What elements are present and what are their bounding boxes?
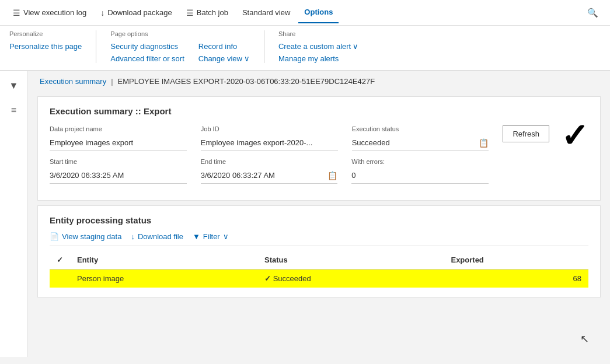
download-file-icon: ↓ [131, 232, 135, 241]
refresh-button[interactable]: Refresh [503, 125, 549, 142]
job-id-field: Job ID Employee images export-2020-... [201, 125, 338, 151]
entity-card-title: Entity processing status [50, 215, 588, 225]
success-checkmark: ✓ [561, 120, 588, 152]
personalize-title: Personalize [9, 30, 82, 37]
record-info-link[interactable]: Record info [198, 42, 250, 51]
manage-alerts-link[interactable]: Manage my alerts [278, 54, 358, 63]
filter-icon[interactable]: ▼ [7, 78, 21, 93]
batch-icon: ☰ [186, 8, 194, 18]
job-id-value: Employee images export-2020-... [201, 135, 338, 151]
entity-processing-card: Entity processing status 📄 View staging … [37, 205, 601, 298]
end-time-label: End time [201, 158, 338, 165]
filter-toolbar-icon: ▼ [193, 232, 200, 241]
form-row-2: Start time 3/6/2020 06:33:25 AM End time… [50, 158, 549, 184]
breadcrumb-current: EMPLOYEE IMAGES EXPORT-2020-03-06T06:33:… [118, 77, 375, 86]
end-time-value: 3/6/2020 06:33:27 AM 📋 [201, 167, 338, 184]
start-time-label: Start time [50, 158, 187, 165]
end-time-field: End time 3/6/2020 06:33:27 AM 📋 [201, 158, 338, 184]
download-icon: ↓ [100, 8, 104, 18]
filter-chevron-icon: ∨ [223, 232, 229, 241]
share-section: Share Create a custom alert ∨ Manage my … [264, 30, 372, 63]
nav-options[interactable]: Options [298, 2, 339, 23]
table-row[interactable]: Person image ✓ Succeeded 68 [50, 270, 588, 288]
personalize-links: Personalize this page [9, 42, 82, 51]
view-staging-data-button[interactable]: 📄 View staging data [50, 232, 121, 241]
table-header-status: Status [257, 251, 444, 270]
page-options-title: Page options [110, 30, 250, 37]
chevron-down-icon-alert: ∨ [353, 42, 358, 51]
entity-table: ✓ Entity Status Exported Person image ✓ … [50, 251, 588, 288]
calendar-icon-2[interactable]: 📋 [327, 171, 337, 180]
menu-icon[interactable]: ≡ [9, 103, 19, 118]
download-file-button[interactable]: ↓ Download file [131, 232, 183, 241]
share-links: Create a custom alert ∨ Manage my alerts [278, 42, 358, 63]
execution-summary-card: Execution summary :: Export Data project… [37, 96, 601, 201]
row-entity: Person image [70, 270, 257, 288]
nav-standard-view[interactable]: Standard view [236, 2, 296, 23]
entity-toolbar: 📄 View staging data ↓ Download file ▼ Fi… [50, 232, 588, 246]
security-diagnostics-link[interactable]: Security diagnostics [110, 42, 184, 51]
create-custom-alert-link[interactable]: Create a custom alert ∨ [278, 42, 358, 51]
row-exported: 68 [444, 270, 588, 288]
breadcrumb: Execution summary | EMPLOYEE IMAGES EXPO… [28, 71, 610, 92]
data-project-label: Data project name [50, 125, 187, 132]
table-header-row: ✓ Entity Status Exported [50, 251, 588, 270]
row-check [50, 270, 70, 288]
share-title: Share [278, 30, 358, 37]
chevron-down-icon: ∨ [244, 54, 250, 63]
filter-button[interactable]: ▼ Filter ∨ [193, 232, 229, 241]
row-status: ✓ Succeeded [257, 270, 444, 288]
table-header-exported: Exported [444, 251, 588, 270]
with-errors-label: With errors: [351, 158, 489, 165]
execution-status-value: Succeeded 📋 [352, 135, 489, 151]
with-errors-value: 0 [351, 167, 489, 184]
execution-card-title: Execution summary :: Export [50, 106, 588, 116]
breadcrumb-separator: | [111, 77, 113, 86]
form-fields-area: Data project name Employee images export… [50, 125, 549, 191]
dropdown-menu-bar: Personalize Personalize this page Page o… [0, 26, 610, 71]
start-time-value: 3/6/2020 06:33:25 AM [50, 167, 187, 184]
main-area: ▼ ≡ Execution summary | EMPLOYEE IMAGES … [0, 71, 610, 357]
form-row-1: Data project name Employee images export… [50, 125, 549, 151]
search-icon[interactable]: 🔍 [583, 3, 603, 23]
start-time-field: Start time 3/6/2020 06:33:25 AM [50, 158, 187, 184]
with-errors-field: With errors: 0 [351, 158, 489, 184]
calendar-icon[interactable]: 📋 [479, 138, 489, 148]
job-id-label: Job ID [201, 125, 338, 132]
nav-batch-job[interactable]: ☰ Batch job [180, 2, 234, 23]
main-content: Execution summary | EMPLOYEE IMAGES EXPO… [28, 71, 610, 357]
table-header-entity: Entity [70, 251, 257, 270]
top-navigation: ☰ View execution log ↓ Download package … [0, 0, 610, 26]
personalize-section: Personalize Personalize this page [9, 30, 96, 63]
form-checkmark-row: Data project name Employee images export… [50, 125, 588, 191]
table-header-check: ✓ [50, 251, 70, 270]
sidebar: ▼ ≡ [0, 71, 28, 357]
personalize-page-link[interactable]: Personalize this page [9, 42, 82, 51]
page-options-section: Page options Security diagnostics Advanc… [96, 30, 264, 63]
row-status-check: ✓ [264, 274, 271, 283]
breadcrumb-link[interactable]: Execution summary [40, 77, 106, 86]
execution-status-label: Execution status [352, 125, 489, 132]
change-view-link[interactable]: Change view ∨ [198, 54, 250, 63]
nav-download-package[interactable]: ↓ Download package [95, 2, 178, 23]
list-icon: ☰ [13, 8, 20, 18]
data-project-value: Employee images export [50, 135, 187, 151]
page-options-links: Security diagnostics Advanced filter or … [110, 42, 250, 63]
nav-view-execution-log[interactable]: ☰ View execution log [7, 2, 92, 23]
advanced-filter-link[interactable]: Advanced filter or sort [110, 54, 184, 63]
execution-status-field: Execution status Succeeded 📋 [352, 125, 489, 151]
staging-icon: 📄 [50, 232, 59, 241]
data-project-field: Data project name Employee images export [50, 125, 187, 151]
